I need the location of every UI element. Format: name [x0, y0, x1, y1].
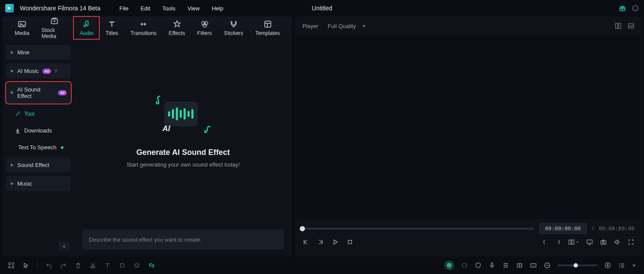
svg-rect-33	[491, 263, 493, 266]
tab-templates[interactable]: Templates	[249, 16, 286, 39]
chevron-right-icon: ▶	[11, 163, 13, 167]
text-icon[interactable]	[104, 262, 111, 269]
separator	[37, 261, 38, 269]
svg-point-28	[136, 266, 137, 267]
time-total: 00:00:00:00	[599, 225, 634, 232]
content-area: AI Generate AI Sound Effect Start genera…	[74, 40, 292, 256]
tab-filters[interactable]: Filters	[191, 16, 218, 39]
svg-point-32	[462, 263, 466, 268]
sidebar-item-text-to-speech[interactable]: Text To Speech	[6, 141, 71, 154]
svg-rect-24	[121, 264, 124, 267]
snapshot-icon[interactable]	[600, 239, 607, 246]
marker-icon[interactable]	[516, 262, 523, 269]
bottom-toolbar	[0, 257, 644, 274]
cut-icon[interactable]	[89, 262, 96, 269]
stop-button[interactable]	[346, 239, 353, 246]
gift-icon[interactable]	[619, 5, 626, 12]
svg-rect-14	[572, 240, 574, 244]
zoom-thumb[interactable]	[574, 263, 578, 268]
undo-icon[interactable]	[45, 262, 52, 269]
record-status-icon[interactable]	[632, 5, 639, 12]
layout-grid-icon[interactable]	[615, 22, 622, 29]
tab-titles[interactable]: Titles	[99, 16, 124, 39]
ai-badge: AI	[42, 69, 51, 74]
color-icon[interactable]	[133, 262, 140, 269]
menubar: Wondershare Filmora 14 Beta File Edit To…	[0, 0, 644, 16]
menu-edit[interactable]: Edit	[137, 3, 153, 13]
fullscreen-icon[interactable]	[628, 239, 634, 246]
timeline-view-icon[interactable]	[618, 262, 625, 269]
status-dot-icon	[61, 146, 63, 149]
delete-icon[interactable]	[75, 262, 82, 269]
link-icon[interactable]	[148, 262, 155, 269]
player-viewport	[296, 35, 641, 219]
seek-slider[interactable]	[302, 228, 534, 230]
image-quality-icon[interactable]	[628, 22, 634, 29]
tab-audio[interactable]: Audio	[73, 16, 99, 39]
tab-stock-media[interactable]: Stock Media	[35, 16, 73, 39]
zoom-slider[interactable]	[558, 265, 597, 266]
category-tabs: Media Stock Media Audio Titles Transitio…	[3, 16, 292, 40]
play-button[interactable]	[332, 239, 339, 246]
sidebar-item-tool[interactable]: Tool	[6, 107, 71, 120]
hero-illustration: AI	[153, 94, 213, 136]
tab-effects[interactable]: Effects	[163, 16, 191, 39]
redo-icon[interactable]	[60, 262, 67, 269]
crop-icon[interactable]	[119, 262, 126, 269]
help-icon[interactable]: ?	[54, 69, 57, 74]
chevron-right-icon: ▶	[11, 50, 13, 54]
svg-rect-21	[12, 266, 14, 268]
document-title: Untitled	[312, 5, 332, 12]
time-sep: /	[592, 225, 594, 232]
aspect-icon[interactable]	[530, 262, 537, 269]
ai-assistant-icon[interactable]	[444, 261, 454, 270]
seek-thumb[interactable]	[300, 226, 305, 231]
settings-dial-icon[interactable]	[461, 262, 468, 269]
collapse-sidebar-button[interactable]	[59, 242, 70, 251]
sidebar-item-sound-effect[interactable]: ▶ Sound Effect	[6, 157, 71, 173]
display-mode-icon[interactable]	[568, 239, 579, 246]
hero-title: Generate AI Sound Effect	[136, 148, 230, 157]
chevron-down-icon	[362, 24, 366, 28]
svg-rect-9	[615, 23, 618, 28]
menu-tools[interactable]: Tools	[159, 3, 179, 13]
sidebar-item-downloads[interactable]: Downloads	[6, 124, 71, 137]
monitor-icon[interactable]	[586, 239, 593, 246]
svg-rect-8	[265, 21, 271, 27]
menu-help[interactable]: Help	[208, 3, 227, 13]
zoom-in-button[interactable]	[604, 262, 611, 269]
sidebar-item-mine[interactable]: ▶ Mine	[6, 45, 71, 60]
next-frame-button[interactable]	[317, 239, 324, 246]
menu-view[interactable]: View	[184, 3, 203, 13]
mic-icon[interactable]	[489, 262, 495, 269]
prompt-input[interactable]	[89, 236, 277, 243]
menu-file[interactable]: File	[116, 3, 132, 13]
svg-rect-15	[587, 240, 592, 243]
sidebar-item-ai-music[interactable]: ▶ AI Music AI ?	[6, 63, 71, 79]
shield-icon[interactable]	[475, 262, 482, 269]
pointer-icon[interactable]	[22, 262, 29, 269]
svg-rect-13	[569, 240, 571, 244]
tab-media[interactable]: Media	[9, 16, 35, 39]
sidebar-item-music[interactable]: ▶ Music	[6, 176, 71, 191]
chevron-down-icon[interactable]	[632, 263, 636, 268]
prev-frame-button[interactable]	[302, 239, 309, 246]
mark-in-icon[interactable]	[542, 239, 548, 245]
apps-icon[interactable]	[8, 262, 15, 269]
volume-icon[interactable]	[614, 239, 621, 246]
chevron-right-icon: ▶	[11, 69, 13, 73]
tracks-icon[interactable]	[502, 262, 509, 269]
wand-icon	[15, 111, 21, 117]
svg-point-25	[135, 263, 139, 268]
zoom-out-button[interactable]	[544, 262, 551, 269]
library-pane: Media Stock Media Audio Titles Transitio…	[3, 16, 292, 256]
sidebar-item-ai-sound-effect[interactable]: ▶ AI Sound Effect AI	[6, 82, 71, 104]
download-icon	[15, 128, 21, 134]
svg-point-23	[93, 266, 95, 268]
tab-stickers[interactable]: Stickers	[218, 16, 249, 39]
quality-select[interactable]: Full Quality	[328, 23, 366, 29]
svg-point-31	[450, 265, 450, 265]
tab-transitions[interactable]: Transitions	[124, 16, 163, 39]
svg-rect-16	[601, 241, 606, 244]
mark-out-icon[interactable]	[555, 239, 561, 245]
